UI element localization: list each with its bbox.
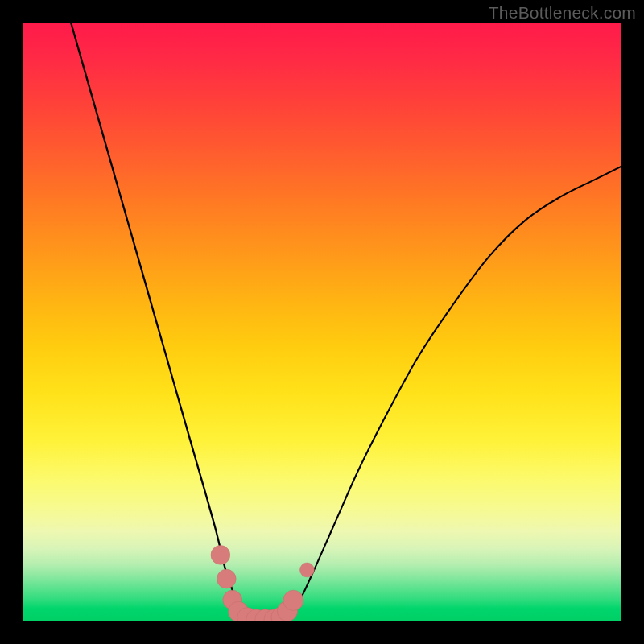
- curve-right-branch: [262, 167, 621, 621]
- marker-dot: [300, 563, 315, 577]
- marker-dot: [217, 569, 236, 588]
- chart-frame: TheBottleneck.com: [0, 0, 644, 644]
- curve-left-branch: [71, 23, 262, 621]
- highlighted-markers: [211, 546, 314, 621]
- chart-svg: [23, 23, 621, 621]
- bottleneck-curve: [71, 23, 621, 621]
- plot-area: [23, 23, 621, 621]
- watermark-text: TheBottleneck.com: [489, 3, 636, 23]
- marker-dot: [211, 546, 230, 565]
- marker-dot: [283, 590, 303, 610]
